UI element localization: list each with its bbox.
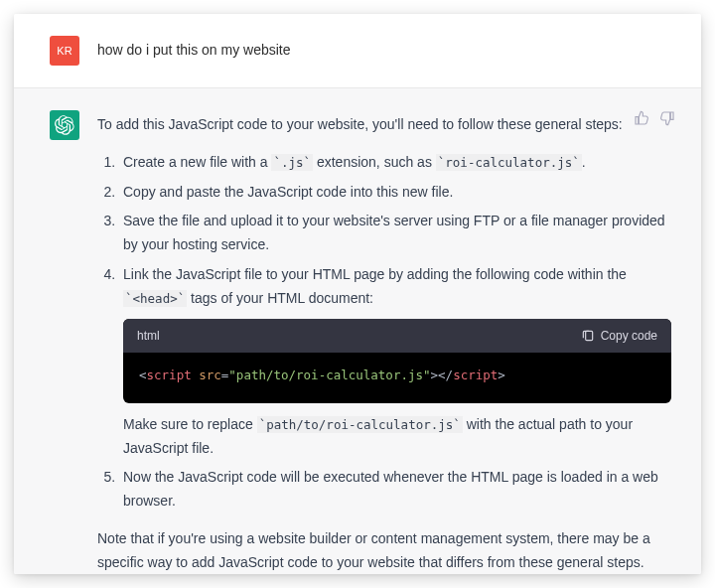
step-4-note: Make sure to replace `path/to/roi-calcul… bbox=[123, 413, 671, 461]
step-2: Copy and paste the JavaScript code into … bbox=[119, 181, 671, 205]
thumbs-down-icon[interactable] bbox=[659, 110, 675, 126]
svg-rect-0 bbox=[585, 331, 592, 340]
assistant-message: To add this JavaScript code to your webs… bbox=[14, 87, 701, 574]
intro-text: To add this JavaScript code to your webs… bbox=[97, 113, 671, 137]
feedback-buttons bbox=[634, 110, 675, 126]
step-3: Save the file and upload it to your webs… bbox=[119, 210, 671, 257]
copy-code-button[interactable]: Copy code bbox=[581, 326, 657, 346]
code-filename: `roi-calculator.js` bbox=[436, 154, 582, 171]
closing-note: Note that if you're using a website buil… bbox=[97, 527, 671, 574]
clipboard-icon bbox=[581, 329, 595, 343]
thumbs-up-icon[interactable] bbox=[634, 110, 649, 126]
code-lang-label: html bbox=[137, 326, 160, 346]
chat-container: KR how do i put this on my website To ad… bbox=[14, 14, 701, 574]
step-1: Create a new file with a `.js` extension… bbox=[119, 151, 671, 175]
user-text: how do i put this on my website bbox=[97, 36, 671, 66]
code-block-header: html Copy code bbox=[123, 319, 671, 353]
code-path: `path/to/roi-calculator.js` bbox=[257, 416, 463, 433]
step-5: Now the JavaScript code will be executed… bbox=[119, 466, 671, 514]
user-message: KR how do i put this on my website bbox=[14, 14, 701, 87]
steps-list: Create a new file with a `.js` extension… bbox=[97, 151, 671, 514]
assistant-avatar bbox=[50, 110, 79, 140]
code-block: html Copy code <script src="path/to/roi-… bbox=[123, 319, 671, 403]
code-js-ext: `.js` bbox=[271, 154, 313, 171]
code-block-body: <script src="path/to/roi-calculator.js">… bbox=[123, 353, 671, 403]
openai-logo-icon bbox=[55, 115, 74, 135]
copy-code-label: Copy code bbox=[601, 326, 657, 346]
user-avatar: KR bbox=[50, 36, 79, 66]
step-4: Link the JavaScript file to your HTML pa… bbox=[119, 263, 671, 460]
code-head-tag: `<head>` bbox=[123, 290, 187, 307]
assistant-content: To add this JavaScript code to your webs… bbox=[97, 110, 671, 574]
